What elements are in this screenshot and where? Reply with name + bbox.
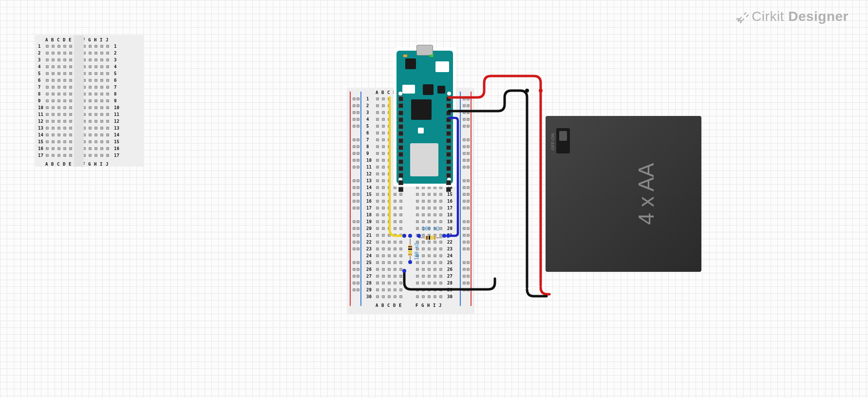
logo-brand: Cirkit (752, 9, 784, 24)
resistor-vertical[interactable] (408, 239, 412, 262)
resistor-horizontal[interactable] (419, 234, 442, 238)
switch-label: OFF-ON (550, 133, 555, 151)
breadboard-small[interactable]: AABBCCDDEEFFGGHHIIJJ11223344556677889910… (35, 35, 144, 167)
svg-rect-8 (408, 246, 412, 247)
resistor-v-label: 100 kΩ (414, 243, 419, 260)
resistor-h-label: 100 kΩ (422, 226, 439, 231)
svg-rect-4 (431, 236, 433, 240)
app-logo: Cirkit Designer (736, 9, 849, 24)
battery-4aa[interactable]: OFF-ON 4 x AA (546, 116, 701, 272)
svg-rect-9 (408, 248, 412, 250)
battery-label: 4 x AA (634, 163, 658, 225)
logo-product: Designer (788, 9, 849, 24)
arduino-mkr[interactable] (394, 48, 456, 187)
svg-rect-2 (426, 236, 428, 240)
svg-rect-5 (434, 236, 435, 240)
battery-switch[interactable] (556, 128, 570, 153)
svg-rect-3 (429, 236, 430, 240)
svg-rect-11 (408, 254, 412, 255)
svg-rect-10 (408, 251, 412, 252)
